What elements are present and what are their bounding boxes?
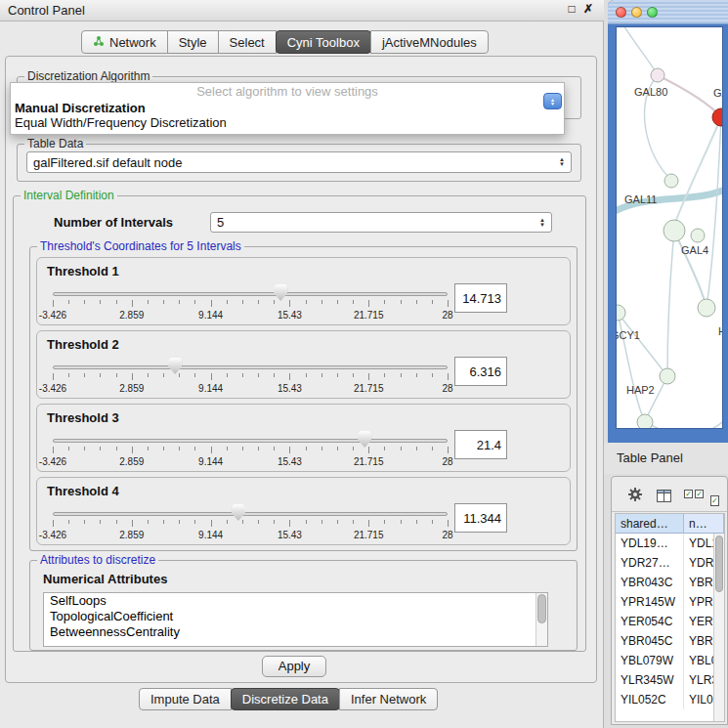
slider-tick [384,300,385,304]
table-cell[interactable]: YBR043C [616,573,684,592]
attribute-item[interactable]: BetweennessCentrality [44,624,547,640]
slider-tick [321,373,322,377]
slider-track[interactable] [53,439,448,443]
scrollbar-thumb[interactable] [715,535,723,592]
table-cell[interactable]: YBL079W [616,651,684,670]
slider-scale-label: 21.715 [354,383,384,394]
network-node[interactable] [664,220,685,241]
slider-track[interactable] [53,365,448,369]
table-row[interactable]: YDR27… YDR2 [616,553,724,573]
threshold-slider[interactable]: -3.4262.8599.14415.4321.71528 [53,503,448,544]
table-cell[interactable]: YDR27… [616,553,684,573]
table-panel-bar: Table Panel [604,443,728,474]
table-cell[interactable]: YER054C [616,612,684,631]
table-row[interactable]: YLR345W YLR3 [616,670,724,690]
tab-discretize-data[interactable]: Discretize Data [231,688,340,710]
slider-track[interactable] [53,292,448,296]
checkbox-icon[interactable] [710,490,719,507]
column-header-shared-name[interactable]: shared… [616,514,684,534]
slider-thumb[interactable] [358,431,371,448]
tab-label: Infer Network [351,689,426,709]
table-panel-window: shared… n… YDL19… YDL1 YDR27… YDR2 [611,476,728,725]
network-node[interactable] [664,174,678,188]
tab-network[interactable]: Network [81,30,168,54]
slider-ticks [53,373,448,381]
threshold-value-field[interactable]: 11.344 [454,503,507,533]
network-node[interactable] [698,299,715,317]
tab-jactivemnodules[interactable]: jActiveMNodules [370,30,489,54]
column-header-name[interactable]: n… [684,514,724,534]
slider-tick [148,300,149,304]
tab-style[interactable]: Style [167,30,219,54]
table-row[interactable]: YBR045C YBR0 [616,631,724,651]
gear-icon[interactable] [627,487,643,506]
tab-impute-data[interactable]: Impute Data [139,688,232,710]
threshold-value-field[interactable]: 14.713 [454,283,507,313]
network-node-label: GA [713,87,723,99]
minimize-window-icon[interactable] [631,7,642,18]
threshold-slider[interactable]: -3.4262.8599.14415.4321.71528 [53,283,448,324]
slider-scale-label: 9.144 [198,383,223,394]
table-row[interactable]: YDL19… YDL1 [616,534,724,553]
network-view-window: GAL80GAGAL11GAL4GCY1HAP2H [608,0,728,443]
network-node[interactable] [617,305,625,321]
dropdown-option[interactable]: Manual Discretization [11,101,564,115]
threshold-slider[interactable]: -3.4262.8599.14415.4321.71528 [53,357,448,398]
slider-tick [306,520,307,524]
slider-thumb[interactable] [168,358,182,374]
threshold-value-field[interactable]: 21.4 [454,430,507,459]
network-node[interactable] [691,229,705,242]
list-scrollbar[interactable] [535,593,547,646]
zoom-window-icon[interactable] [647,7,658,18]
table-row[interactable]: YER054C YER0 [616,612,724,631]
attribute-item[interactable]: TopologicalCoefficient [44,609,547,624]
table-row[interactable]: YIL052C YIL0 [616,690,724,709]
table-cell[interactable]: YIL052C [616,690,684,709]
slider-tick [337,520,338,524]
network-node-label: GAL4 [681,244,708,256]
network-node[interactable] [651,68,664,82]
dropdown-option[interactable]: Equal Width/Frequency Discretization [11,115,564,130]
checkbox-pair-icon[interactable] [684,490,704,498]
attribute-item[interactable]: SelfLoops [44,593,547,609]
slider-scale-label: 15.43 [278,456,302,467]
network-node[interactable] [660,368,675,384]
table-cell[interactable]: YPR145W [616,592,684,612]
network-window-titlebar[interactable] [608,0,728,24]
tab-select[interactable]: Select [218,30,277,54]
slider-tick [274,447,275,450]
attributes-listbox[interactable]: SelfLoops TopologicalCoefficient Between… [43,592,548,647]
table-data-combo[interactable]: galFiltered.sif default node [26,151,572,173]
slider-ticks [53,300,448,308]
slider-track[interactable] [53,512,448,516]
table-cell[interactable]: YBR045C [616,631,684,651]
slider-tick [84,373,85,377]
table-scrollbar[interactable] [713,534,724,721]
threshold-value-field[interactable]: 6.316 [454,357,507,386]
slider-tick [148,447,149,450]
columns-icon[interactable] [657,489,671,506]
threshold-label: Threshold 2 [47,337,119,352]
scrollbar-thumb[interactable] [537,594,546,623]
slider-tick [258,373,259,377]
table-cell[interactable]: YLR345W [616,670,684,690]
slider-tick [368,520,369,527]
algorithm-combo-button[interactable] [543,93,562,109]
table-cell[interactable]: YDL19… [616,534,684,553]
number-of-intervals-combo[interactable]: 5 [210,212,552,233]
checkbox-icon [710,495,719,506]
tab-cyni-toolbox[interactable]: Cyni Toolbox [276,30,371,54]
tab-infer-network[interactable]: Infer Network [339,688,438,710]
table-row[interactable]: YBL079W YBL0 [616,651,724,670]
close-icon[interactable] [580,2,596,19]
slider-thumb[interactable] [232,504,245,521]
network-node[interactable] [637,414,653,429]
threshold-slider[interactable]: -3.4262.8599.14415.4321.71528 [53,430,448,471]
table-row[interactable]: YPR145W YPR1 [616,592,724,612]
close-window-icon[interactable] [616,7,626,18]
slider-thumb[interactable] [274,284,287,301]
apply-button[interactable]: Apply [262,656,326,677]
float-window-icon[interactable] [564,2,579,19]
network-canvas[interactable]: GAL80GAGAL11GAL4GCY1HAP2H [616,26,723,429]
table-row[interactable]: YBR043C YBR0 [616,573,724,592]
